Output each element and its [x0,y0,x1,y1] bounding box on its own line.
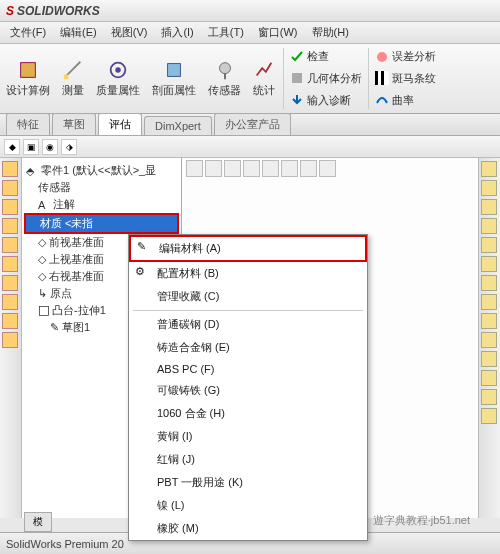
ribbon-import-diagnostics[interactable]: 输入诊断 [290,93,362,108]
ctx-mat-abs-pc[interactable]: ABS PC (F) [129,359,367,379]
menu-edit[interactable]: 编辑(E) [54,23,103,42]
panel-tab-icon[interactable]: ⬗ [61,139,77,155]
panel-toolbar: ◆ ▣ ◉ ⬗ [0,136,500,158]
panel-tab-icon[interactable]: ◉ [42,139,58,155]
ctx-mat-nickel[interactable]: 镍 (L) [129,494,367,517]
bottom-tabs: 模 [24,512,52,532]
left-tool-icon[interactable] [2,332,18,348]
panel-tab-icon[interactable]: ▣ [23,139,39,155]
view-tool-icon[interactable] [243,160,260,177]
ctx-separator [133,310,363,311]
right-tool-icon[interactable] [481,370,497,386]
tab-evaluate[interactable]: 评估 [98,113,142,135]
bottom-tab-model[interactable]: 模 [24,512,52,532]
right-tool-icon[interactable] [481,180,497,196]
right-tool-icon[interactable] [481,161,497,177]
menu-help[interactable]: 帮助(H) [306,23,355,42]
ribbon-curvature[interactable]: 曲率 [375,93,436,108]
ctx-mat-malleable-iron[interactable]: 可锻铸铁 (G) [129,379,367,402]
tab-sketch[interactable]: 草图 [52,113,96,135]
ribbon-section-props[interactable]: 剖面属性 [146,44,202,113]
ctx-configure-material[interactable]: ⚙配置材料 (B) [129,262,367,285]
menu-tools[interactable]: 工具(T) [202,23,250,42]
svg-point-7 [377,52,387,62]
svg-rect-0 [21,63,36,78]
menu-window[interactable]: 窗口(W) [252,23,304,42]
ribbon-sensor[interactable]: 传感器 [202,44,247,113]
ctx-mat-1060-alloy[interactable]: 1060 合金 (H) [129,402,367,425]
menu-view[interactable]: 视图(V) [105,23,154,42]
menu-file[interactable]: 文件(F) [4,23,52,42]
left-tool-icon[interactable] [2,275,18,291]
left-tool-icon[interactable] [2,294,18,310]
edit-icon: ✎ [137,240,151,254]
left-tool-icon[interactable] [2,313,18,329]
ctx-mat-copper[interactable]: 红铜 (J) [129,448,367,471]
watermark: 遊字典教程·jb51.net [373,513,470,528]
status-text: SolidWorks Premium 20 [6,538,124,550]
right-tool-icon[interactable] [481,199,497,215]
right-tool-icon[interactable] [481,275,497,291]
view-tool-icon[interactable] [205,160,222,177]
view-tool-icon[interactable] [224,160,241,177]
ctx-mat-brass[interactable]: 黄铜 (I) [129,425,367,448]
tree-annotations[interactable]: A注解 [24,196,179,213]
ribbon-zebra-stripes[interactable]: 斑马条纹 [375,71,436,86]
panel-tab-icon[interactable]: ◆ [4,139,20,155]
right-tool-icon[interactable] [481,408,497,424]
view-tool-icon[interactable] [281,160,298,177]
tab-dimxpert[interactable]: DimXpert [144,116,212,135]
ribbon-check[interactable]: 检查 [290,49,362,64]
ctx-mat-carbon-steel[interactable]: 普通碳钢 (D) [129,313,367,336]
tab-features[interactable]: 特征 [6,113,50,135]
ctx-mat-pbt[interactable]: PBT 一般用途 (K) [129,471,367,494]
view-tool-icon[interactable] [262,160,279,177]
main-menu: 文件(F) 编辑(E) 视图(V) 插入(I) 工具(T) 窗口(W) 帮助(H… [0,22,500,44]
ribbon-geometry-analysis[interactable]: 几何体分析 [290,71,362,86]
annotation-icon: A [38,199,50,211]
tab-office[interactable]: 办公室产品 [214,113,291,135]
right-tool-icon[interactable] [481,351,497,367]
left-tool-strip [0,158,22,518]
tree-root[interactable]: ⬘零件1 (默认<<默认>_显 [24,162,179,179]
left-tool-icon[interactable] [2,218,18,234]
svg-rect-9 [375,71,378,85]
left-tool-icon[interactable] [2,199,18,215]
tree-material[interactable]: 材质 <未指 [24,213,179,234]
right-tool-icon[interactable] [481,218,497,234]
ctx-manage-favorites[interactable]: 管理收藏 (C) [129,285,367,308]
feature-tabs: 特征 草图 评估 DimXpert 办公室产品 [0,114,500,136]
view-tool-icon[interactable] [319,160,336,177]
ribbon-mass-props[interactable]: 质量属性 [90,44,146,113]
view-tool-icon[interactable] [300,160,317,177]
view-toolbar [186,160,336,177]
ribbon-statistics[interactable]: 统计 [247,44,281,113]
right-tool-icon[interactable] [481,389,497,405]
sw-logo-s: S [6,4,14,18]
view-tool-icon[interactable] [186,160,203,177]
ribbon-deviation-analysis[interactable]: 误差分析 [375,49,436,64]
ctx-mat-rubber[interactable]: 橡胶 (M) [129,517,367,540]
ribbon: 设计算例 测量 质量属性 剖面属性 传感器 统计 检查 几何体分析 输入诊断 误… [0,44,500,114]
menu-insert[interactable]: 插入(I) [155,23,199,42]
tree-sensors[interactable]: 传感器 [24,179,179,196]
svg-rect-10 [381,71,384,85]
left-tool-icon[interactable] [2,256,18,272]
left-tool-icon[interactable] [2,180,18,196]
right-tool-icon[interactable] [481,313,497,329]
right-tool-icon[interactable] [481,237,497,253]
right-tool-icon[interactable] [481,256,497,272]
config-icon: ⚙ [135,265,149,279]
material-context-menu: ✎编辑材料 (A) ⚙配置材料 (B) 管理收藏 (C) 普通碳钢 (D) 铸造… [128,234,368,541]
right-tool-strip [478,158,500,518]
ribbon-design-study[interactable]: 设计算例 [0,44,56,113]
ctx-mat-cast-alloy[interactable]: 铸造合金钢 (E) [129,336,367,359]
ctx-edit-material[interactable]: ✎编辑材料 (A) [129,235,367,262]
ribbon-measure[interactable]: 测量 [56,44,90,113]
title-bar: S SOLIDWORKS [0,0,500,22]
left-tool-icon[interactable] [2,237,18,253]
left-tool-icon[interactable] [2,161,18,177]
svg-point-5 [219,63,230,74]
right-tool-icon[interactable] [481,332,497,348]
right-tool-icon[interactable] [481,294,497,310]
